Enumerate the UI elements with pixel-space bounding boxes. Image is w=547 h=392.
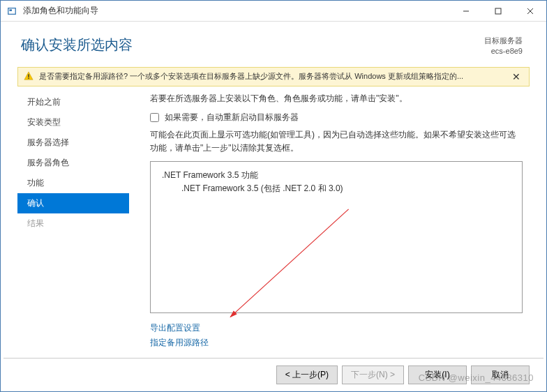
auto-restart-checkbox[interactable] bbox=[150, 113, 159, 122]
target-label: 目标服务器 bbox=[484, 36, 523, 46]
maximize-button[interactable] bbox=[482, 1, 514, 22]
page-title: 确认安装所选内容 bbox=[21, 36, 484, 57]
target-value: ecs-e8e9 bbox=[484, 46, 523, 56]
sidebar: 开始之前 安装类型 服务器选择 服务器角色 功能 确认 结果 bbox=[17, 92, 129, 351]
sidebar-item-features[interactable]: 功能 bbox=[17, 173, 129, 193]
sidebar-item-before[interactable]: 开始之前 bbox=[17, 92, 129, 112]
sidebar-item-results: 结果 bbox=[17, 213, 129, 234]
warning-icon bbox=[24, 71, 33, 82]
feature-child: .NET Framework 3.5 (包括 .NET 2.0 和 3.0) bbox=[181, 182, 512, 195]
sidebar-item-confirm[interactable]: 确认 bbox=[17, 193, 129, 213]
next-button: 下一步(N) > bbox=[342, 365, 404, 384]
minimize-button[interactable] bbox=[450, 1, 482, 22]
sidebar-item-server[interactable]: 服务器选择 bbox=[17, 133, 129, 153]
svg-rect-3 bbox=[495, 8, 501, 14]
titlebar-controls bbox=[450, 1, 546, 22]
header: 确认安装所选内容 目标服务器 ecs-e8e9 bbox=[3, 22, 544, 64]
auto-restart-row: 如果需要，自动重新启动目标服务器 bbox=[150, 111, 523, 124]
feature-parent: .NET Framework 3.5 功能 bbox=[162, 169, 512, 182]
specify-source-link[interactable]: 指定备用源路径 bbox=[150, 336, 523, 349]
svg-rect-8 bbox=[28, 77, 29, 78]
content-area: 确认安装所选内容 目标服务器 ecs-e8e9 是否需要指定备用源路径? 一个或… bbox=[1, 22, 546, 391]
warning-text: 是否需要指定备用源路径? 一个或多个安装选项在目标服务器上缺少源文件。服务器将尝… bbox=[39, 71, 504, 82]
svg-rect-1 bbox=[10, 9, 13, 11]
target-server-info: 目标服务器 ecs-e8e9 bbox=[484, 36, 523, 57]
install-button[interactable]: 安装(I) bbox=[408, 365, 467, 384]
sidebar-item-type[interactable]: 安装类型 bbox=[17, 112, 129, 133]
titlebar-title: 添加角色和功能向导 bbox=[23, 5, 450, 17]
export-config-link[interactable]: 导出配置设置 bbox=[150, 322, 523, 335]
footer: < 上一步(P) 下一步(N) > 安装(I) 取消 bbox=[3, 358, 544, 391]
main-panel: 若要在所选服务器上安装以下角色、角色服务或功能，请单击"安装"。 如果需要，自动… bbox=[129, 92, 530, 351]
auto-restart-label: 如果需要，自动重新启动目标服务器 bbox=[165, 111, 299, 124]
close-button[interactable] bbox=[514, 1, 546, 22]
hint-text: 可能会在此页面上显示可选功能(如管理工具)，因为已自动选择这些功能。如果不希望安… bbox=[150, 128, 523, 155]
cancel-button[interactable]: 取消 bbox=[471, 365, 530, 384]
titlebar: 添加角色和功能向导 bbox=[1, 1, 546, 22]
sidebar-item-roles[interactable]: 服务器角色 bbox=[17, 153, 129, 173]
main-row: 开始之前 安装类型 服务器选择 服务器角色 功能 确认 结果 若要在所选服务器上… bbox=[3, 92, 544, 358]
feature-list: .NET Framework 3.5 功能 .NET Framework 3.5… bbox=[150, 161, 523, 313]
warning-bar: 是否需要指定备用源路径? 一个或多个安装选项在目标服务器上缺少源文件。服务器将尝… bbox=[17, 67, 530, 86]
links-area: 导出配置设置 指定备用源路径 bbox=[150, 320, 523, 351]
warning-close-button[interactable]: ✕ bbox=[509, 71, 523, 82]
intro-text: 若要在所选服务器上安装以下角色、角色服务或功能，请单击"安装"。 bbox=[150, 92, 523, 105]
svg-rect-7 bbox=[28, 74, 29, 77]
wizard-window: 添加角色和功能向导 确认安装所选内容 目标服务器 ecs-e8e9 是否需要指定… bbox=[0, 0, 547, 392]
prev-button[interactable]: < 上一步(P) bbox=[276, 365, 338, 384]
app-icon bbox=[6, 6, 17, 17]
